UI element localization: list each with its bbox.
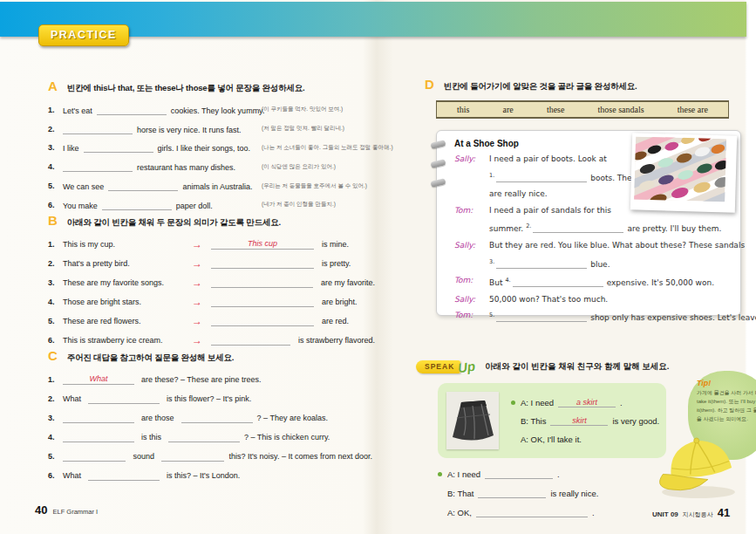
answer-blank [485,469,553,479]
book-title: ELF Grammar I [52,508,98,516]
target-sentence: are red. [322,317,349,325]
answer-blank [496,312,587,322]
section-a-header: A 빈칸에 this나 that, 또는 these나 those를 넣어 문장… [48,79,375,94]
exercise-item: 5. We can seeanimals in Australia. (우리는 … [48,176,375,195]
cap-illustration [650,429,746,501]
answer-blank [211,316,314,326]
sentence-post: cookies. They look yummy. [171,106,265,115]
item-number: 2. [48,259,63,268]
dialog-text: I need a pair of boots. Look at [489,151,607,168]
answer-blank [496,172,587,182]
item-number: 5. [48,452,63,461]
item-number: 3. [48,414,63,422]
speaker-name: Sally: [454,291,489,308]
dialog-text: . [592,508,595,517]
dialog-content: summer.2.are pretty. I'll buy them. [489,218,721,237]
dialog-content: 1.boots. They [489,168,637,187]
exercise-item: 3. I likegirls. I like their songs, too.… [48,139,375,158]
korean-note: (우리는 저 동물들을 호주에서 볼 수 있어.) [262,182,367,190]
question-text: ? – This is chicken curry. [244,433,330,442]
target-sentence: is mine. [322,240,349,249]
word-bank-item: are [503,105,514,114]
blank-number: 2. [526,222,531,229]
bullet-dot-icon [511,400,515,405]
answer-blank [211,277,313,288]
unit-topic: 지시형용사 [683,510,713,519]
word-bank-item: these [547,105,565,114]
item-number: 5. [48,181,63,190]
dialog-text: A: OK, I'll take it. [521,435,582,444]
sentence-pre: You make [63,202,98,210]
answer-blank [211,335,290,346]
word-bank-item: these are [678,105,708,114]
sentence-post: restaurant has many dishes. [137,163,235,172]
tip-text: 가게에 물건을 사러 가서 I'll take it(them). 또는 I'l… [697,389,756,424]
left-page-footer: 40 ELF Grammar I [35,503,98,517]
section-a: A 빈칸에 this나 that, 또는 these나 those를 넣어 문장… [48,79,375,215]
exercise-item: 3. are those ? – They are koalas. [48,408,375,428]
tip-title: Tip! [697,379,756,387]
dialog-line: 3.blue. [454,254,735,273]
korean-note: (네가 저 종이 인형을 만들지.) [262,201,336,209]
answer-blank [181,413,253,423]
dialog-text: . [557,469,560,479]
item-number: 1. [48,375,63,384]
question-text: What [63,394,81,403]
korean-note: (저 말은 정말 멋져. 빨리 달리네.) [262,125,344,133]
answer-blank [533,222,623,233]
dialog-line: B: This skirt is very good. [511,412,659,430]
dialog-line: Tom: But4.expensive. It's 50,000 won. [454,272,735,291]
word-bank: this are these those sandals these are [436,100,729,119]
exercise-item: 6. This is strawberry ice cream. → is st… [48,331,375,350]
item-number: 3. [48,278,63,287]
dialog-text: A: I need [447,469,480,479]
dialog-text: is very good. [612,416,659,426]
item-number: 3. [48,143,63,152]
dialog-line: Sally: 50,000 won? That's too much. [454,291,735,308]
arrow-icon: → [192,238,209,250]
dialog-content: 3.blue. [489,254,610,273]
speaker-name: Tom: [454,307,489,326]
answer-blank [84,142,153,153]
right-page-footer: UNIT 09 지시형용사 41 [652,506,730,519]
exercise-item: 5. These are red flowers. → are red. [48,312,375,331]
section-title: 빈칸에 들어가기에 알맞은 것을 골라 글을 완성하세요. [444,81,637,92]
speaker-name: Tom: [454,202,489,219]
item-sentence: We can seeanimals in Australia. [63,181,262,191]
speaker-name: Tom: [454,272,489,291]
dialog-text: But they are red. You like blue. What ab… [489,237,745,254]
question-text: is this? – It's London. [167,471,240,480]
section-d-header: D 빈칸에 들어가기에 알맞은 것을 골라 글을 완성하세요. [425,77,732,92]
speak-up-header: SPEAK Up 아래와 같이 빈칸을 채워 친구와 함께 말해 보세요. [416,359,747,374]
dialog-text: I need a pair of sandals for this [489,202,611,219]
question-text: is this flower? – It's pink. [167,394,251,403]
source-sentence: This is my cup. [63,240,192,249]
item-number: 6. [48,336,63,345]
dialog-line: Tom: 5.shop only has expensive shoes. Le… [454,307,735,326]
speaker-name [454,168,489,187]
handwritten-answer: skirt [550,416,608,426]
shoes-illustration [634,136,726,202]
answer-blank [513,277,603,287]
arrow-icon: → [192,334,209,346]
dialog-text: . [620,398,623,407]
source-sentence: That's a pretty bird. [63,259,192,268]
dialog-text: shop only has expensive shoes. Let's lea… [590,313,756,322]
skirt-photo [446,392,499,449]
exercise-item: 4. restaurant has many dishes. (이 식당엔 많은… [48,157,375,176]
dialog-text: blue. [590,260,610,269]
blank-number: 3. [489,258,494,265]
section-b-header: B 아래와 같이 빈칸을 채워 두 문장의 의미가 같도록 만드세요. [48,213,375,229]
exercise-item: 5. sound this? It's noisy. – It comes fr… [48,447,375,466]
word-bank-item: those sandals [598,105,644,114]
dialog-text: are really nice. [489,186,548,202]
yellow-cap-photo [650,429,746,501]
section-title: 주어진 대답을 참고하여 질문을 완성해 보세요. [67,353,234,364]
question-text: ? – They are koalas. [257,414,328,422]
item-sentence: restaurant has many dishes. [63,161,262,172]
exercise-item: 1. This is my cup. → This cup is mine. [48,235,375,254]
sentence-pre: Let's eat [63,106,92,115]
bullet-dot-icon [438,472,442,476]
sentence-post: horse is very nice. It runs fast. [137,126,242,134]
dialog-text: A: I need [521,398,554,407]
